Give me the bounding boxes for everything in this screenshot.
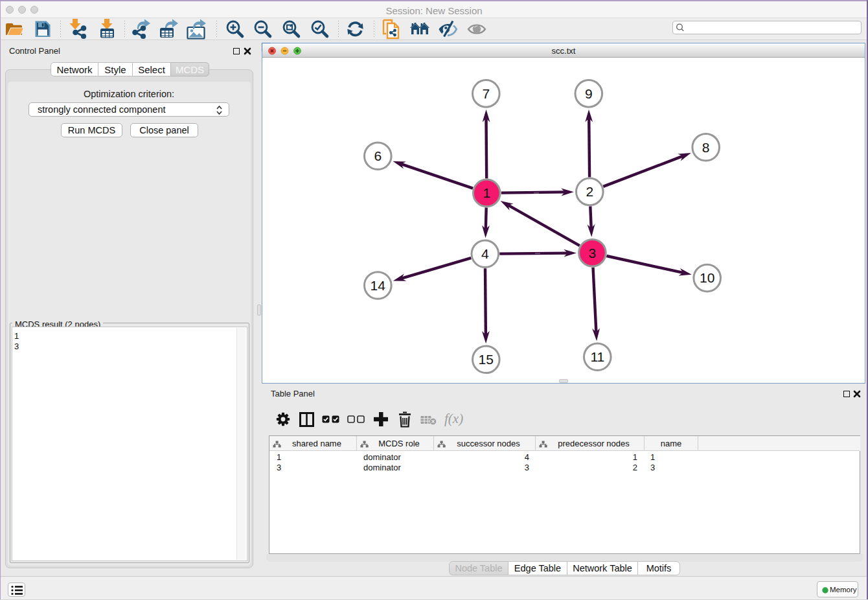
svg-text:9: 9 [585, 86, 593, 101]
svg-text:10: 10 [700, 270, 714, 285]
svg-text:7: 7 [482, 86, 490, 101]
svg-text:8: 8 [702, 140, 710, 155]
svg-text:11: 11 [590, 349, 604, 364]
svg-text:15: 15 [479, 352, 494, 367]
svg-text:14: 14 [371, 278, 386, 293]
svg-text:6: 6 [374, 148, 382, 163]
svg-text:1: 1 [483, 185, 490, 200]
svg-text:2: 2 [586, 184, 593, 199]
svg-text:4: 4 [481, 246, 489, 261]
svg-text:3: 3 [589, 246, 597, 260]
